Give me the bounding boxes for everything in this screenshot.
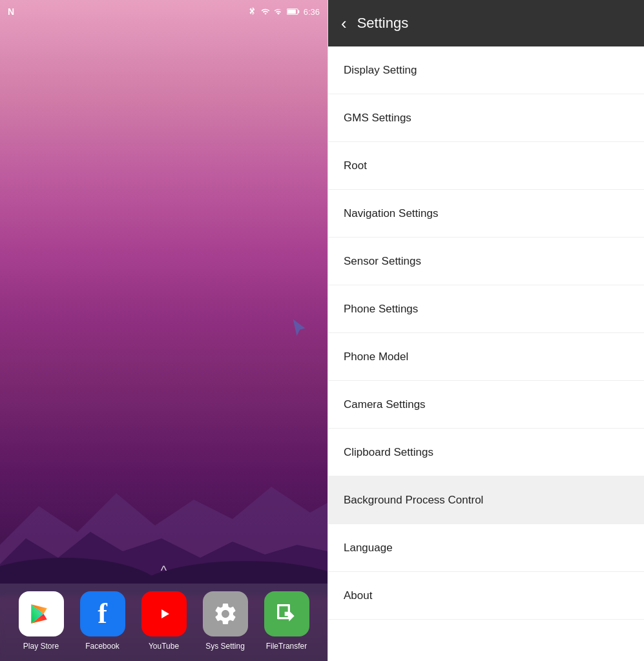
settings-header: ‹ Settings	[328, 0, 644, 46]
floating-cursor	[290, 320, 308, 342]
settings-panel: ‹ Settings Display Setting GMS Settings …	[327, 0, 644, 661]
phone-screen: N 6:36	[0, 0, 327, 661]
settings-item-phone-settings-label: Phone Settings	[344, 303, 418, 316]
settings-item-sensor-label: Sensor Settings	[344, 255, 421, 268]
filetransfer-label: FileTransfer	[266, 642, 307, 651]
settings-item-display-label: Display Setting	[344, 64, 417, 77]
svg-rect-5	[298, 10, 299, 13]
app-youtube[interactable]: YouTube	[141, 591, 187, 651]
settings-item-camera-label: Camera Settings	[344, 398, 426, 411]
settings-item-phone-settings[interactable]: Phone Settings	[328, 285, 644, 333]
status-left: N	[8, 6, 14, 17]
settings-title: Settings	[357, 15, 409, 32]
status-time: 6:36	[304, 7, 320, 17]
settings-item-navigation-label: Navigation Settings	[344, 207, 438, 220]
playstore-label: Play Store	[23, 642, 59, 651]
back-button[interactable]: ‹	[341, 14, 347, 34]
settings-menu-list: Display Setting GMS Settings Root Naviga…	[328, 46, 644, 661]
dock-icons-container: Play Store f Facebook YouTube	[0, 584, 327, 661]
settings-item-root-label: Root	[344, 159, 367, 172]
youtube-label: YouTube	[149, 642, 179, 651]
settings-item-language-label: Language	[344, 542, 393, 554]
settings-item-phone-model[interactable]: Phone Model	[328, 333, 644, 381]
settings-item-display[interactable]: Display Setting	[328, 46, 644, 94]
settings-item-clipboard-label: Clipboard Settings	[344, 446, 433, 459]
syssetting-icon	[203, 591, 248, 636]
app-syssetting[interactable]: Sys Setting	[203, 591, 248, 651]
settings-item-phone-model-label: Phone Model	[344, 351, 408, 363]
app-facebook[interactable]: f Facebook	[80, 591, 125, 651]
nfc-indicator: N	[8, 6, 14, 17]
status-right: 6:36	[248, 7, 320, 17]
status-bar: N 6:36	[0, 0, 327, 23]
svg-rect-6	[287, 10, 296, 14]
svg-rect-10	[277, 604, 279, 619]
settings-item-gms-label: GMS Settings	[344, 112, 411, 125]
signal-icon	[274, 7, 283, 16]
youtube-icon	[141, 591, 187, 636]
playstore-icon	[19, 591, 64, 636]
settings-item-gms[interactable]: GMS Settings	[328, 94, 644, 142]
dock-arrow: ^	[0, 558, 327, 584]
syssetting-label: Sys Setting	[205, 642, 245, 651]
facebook-label: Facebook	[85, 642, 119, 651]
settings-item-root[interactable]: Root	[328, 142, 644, 190]
app-filetransfer[interactable]: FileTransfer	[264, 591, 309, 651]
bluetooth-icon	[248, 7, 257, 16]
wifi-icon	[261, 7, 270, 16]
settings-item-language[interactable]: Language	[328, 524, 644, 572]
facebook-icon: f	[80, 591, 125, 636]
app-playstore[interactable]: Play Store	[19, 591, 64, 651]
phone-dock: ^	[0, 558, 327, 661]
settings-item-about[interactable]: About	[328, 572, 644, 620]
filetransfer-icon	[264, 591, 309, 636]
settings-item-background-label: Background Process Control	[344, 494, 483, 507]
settings-item-about-label: About	[344, 589, 372, 602]
settings-item-camera[interactable]: Camera Settings	[328, 381, 644, 429]
settings-item-background[interactable]: Background Process Control	[328, 476, 644, 524]
battery-icon	[287, 7, 300, 16]
settings-item-sensor[interactable]: Sensor Settings	[328, 238, 644, 285]
settings-item-navigation[interactable]: Navigation Settings	[328, 190, 644, 238]
settings-item-clipboard[interactable]: Clipboard Settings	[328, 429, 644, 476]
